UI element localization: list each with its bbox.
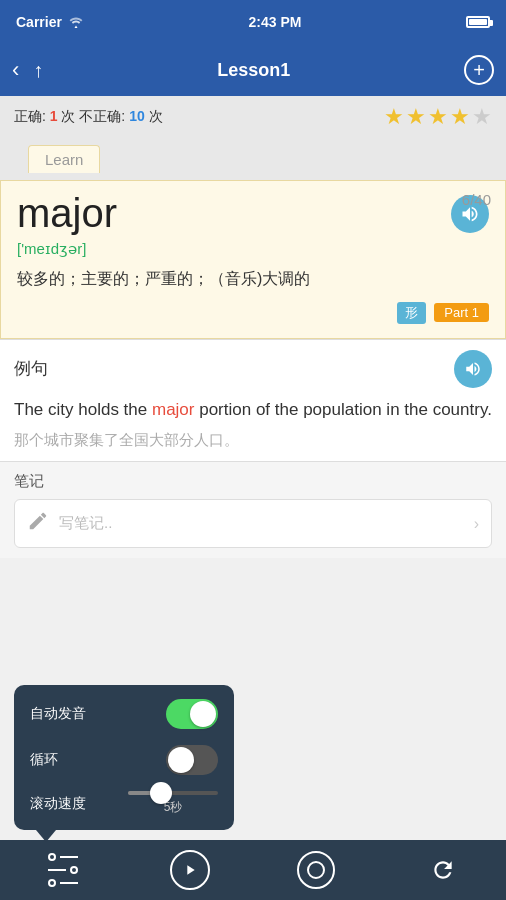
example-title: 例句: [14, 357, 48, 380]
filter-button[interactable]: [41, 848, 85, 892]
example-section: 例句 The city holds the major portion of t…: [0, 339, 506, 462]
record-button[interactable]: [294, 848, 338, 892]
sentence-before: The city holds the: [14, 400, 152, 419]
pencil-icon: [27, 510, 49, 532]
status-bar-right: [466, 16, 490, 28]
nav-left: ‹ ↑: [12, 57, 43, 83]
pos-badge: 形: [397, 302, 426, 324]
settings-loop-row: 循环: [30, 745, 218, 775]
loop-label: 循环: [30, 751, 58, 769]
speed-label: 滚动速度: [30, 795, 86, 813]
learn-tab[interactable]: Learn: [28, 145, 100, 173]
wrong-count: 10: [129, 108, 145, 124]
play-icon: [182, 862, 198, 878]
notes-section: 笔记 写笔记.. ›: [0, 461, 506, 558]
back-button[interactable]: ‹: [12, 57, 19, 83]
time-label: 2:43 PM: [249, 14, 302, 30]
record-dot: [307, 861, 325, 879]
play-circle-icon: [170, 850, 210, 890]
filter-line-1: [48, 853, 78, 861]
notes-title: 笔记: [14, 472, 492, 491]
word-row: major: [17, 191, 489, 236]
correct-label: 正确:: [14, 108, 46, 124]
star-5: ★: [472, 104, 492, 130]
example-sentence: The city holds the major portion of the …: [14, 396, 492, 423]
example-speaker-icon: [464, 360, 482, 378]
speed-slider-track[interactable]: [128, 791, 218, 795]
example-translation: 那个城市聚集了全国大部分人口。: [14, 429, 492, 452]
card-footer: 形 Part 1: [17, 302, 489, 324]
correct-count: 1: [50, 108, 58, 124]
add-button[interactable]: +: [464, 55, 494, 85]
status-bar: Carrier 2:43 PM: [0, 0, 506, 44]
sentence-highlight: major: [152, 400, 195, 419]
loop-toggle[interactable]: [166, 745, 218, 775]
notes-input-row[interactable]: 写笔记.. ›: [14, 499, 492, 548]
wifi-icon: [68, 16, 84, 28]
star-3: ★: [428, 104, 448, 130]
chevron-right-icon: ›: [474, 515, 479, 533]
part-badge: Part 1: [434, 303, 489, 322]
stats-row: 正确: 1 次 不正确: 10 次 ★ ★ ★ ★ ★: [0, 96, 506, 138]
star-2: ★: [406, 104, 426, 130]
definition: 较多的；主要的；严重的；（音乐)大调的: [17, 266, 489, 292]
word-main: major: [17, 191, 117, 236]
filter-line-3: [48, 879, 78, 887]
example-sound-button[interactable]: [454, 350, 492, 388]
refresh-icon: [430, 857, 456, 883]
play-button[interactable]: [168, 848, 212, 892]
nav-bar: ‹ ↑ Lesson1 +: [0, 44, 506, 96]
settings-popup: 自动发音 循环 滚动速度 5秒: [14, 685, 234, 830]
star-1: ★: [384, 104, 404, 130]
settings-speed-row: 滚动速度 5秒: [30, 791, 218, 816]
stars-row: ★ ★ ★ ★ ★: [384, 104, 492, 130]
auto-play-label: 自动发音: [30, 705, 86, 723]
bottom-bar: [0, 840, 506, 900]
carrier-label: Carrier: [16, 14, 62, 30]
nav-title: Lesson1: [217, 60, 290, 81]
learn-card: 6/40 major ['meɪdʒər] 较多的；主要的；严重的；（音乐)大调…: [0, 180, 506, 339]
star-4: ★: [450, 104, 470, 130]
example-header: 例句: [14, 350, 492, 388]
phonetic: ['meɪdʒər]: [17, 240, 489, 258]
toggle-knob-auto: [190, 701, 216, 727]
up-button[interactable]: ↑: [33, 59, 43, 82]
status-bar-left: Carrier: [16, 14, 84, 30]
stats-text: 正确: 1 次 不正确: 10 次: [14, 108, 163, 126]
speed-slider-wrapper: 5秒: [128, 791, 218, 816]
toggle-knob-loop: [168, 747, 194, 773]
add-icon: +: [473, 59, 485, 82]
battery-icon: [466, 16, 490, 28]
auto-play-toggle[interactable]: [166, 699, 218, 729]
times-label: 次: [149, 108, 163, 124]
edit-icon: [27, 510, 49, 537]
slider-knob[interactable]: [150, 782, 172, 804]
wrong-label: 次 不正确:: [61, 108, 125, 124]
filter-line-2: [48, 866, 78, 874]
refresh-button[interactable]: [421, 848, 465, 892]
notes-placeholder: 写笔记..: [59, 514, 464, 533]
record-circle-icon: [297, 851, 335, 889]
filter-icon: [48, 853, 78, 887]
learn-tab-label: Learn: [45, 151, 83, 168]
settings-auto-play-row: 自动发音: [30, 699, 218, 729]
sentence-after: portion of the population in the country…: [194, 400, 491, 419]
card-count: 6/40: [462, 191, 491, 208]
